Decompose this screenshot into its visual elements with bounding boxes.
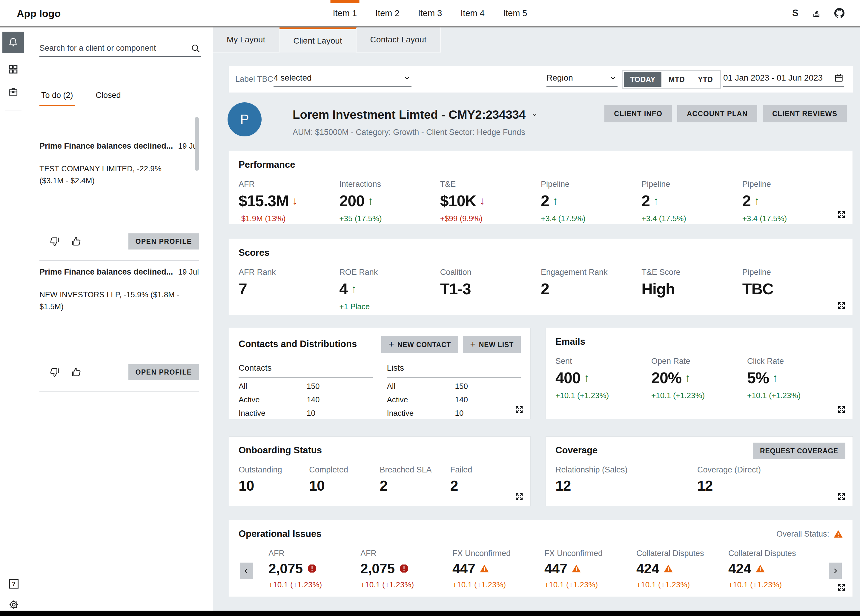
metric-value: 7 [239,280,247,298]
metric-label: AFR [239,180,339,189]
metric-interactions: Interactions 200↑ +35 (17.5%) [339,180,440,223]
client-info-button[interactable]: CLIENT INFO [604,105,672,122]
error-octagon-icon [307,563,317,574]
notification-card: Prime Finance balances declined... 19 Ju… [39,136,199,261]
lists-table: Lists All 150 Active 140 Inactive 10 [387,363,521,418]
nav-item-3[interactable]: Item 3 [416,0,444,26]
new-list-button[interactable]: + NEW LIST [463,336,521,353]
panel-title: Performance [239,159,843,170]
metric-fx-unconfirmed: FX Unconfirmed 447 +10.1 (+1.23%) [545,549,636,589]
metric-value: 20% [651,369,681,387]
main-nav: Item 1 Item 2 Item 3 Item 4 Item 5 [331,0,529,26]
expand-icon[interactable] [837,492,846,501]
metric-label: Coverage (Direct) [697,465,839,475]
row-label: Active [239,395,307,404]
portfolio-rail-button[interactable] [8,86,19,97]
nav-item-4[interactable]: Item 4 [459,0,486,26]
expand-icon[interactable] [837,301,846,310]
github-icon[interactable] [834,8,844,18]
row-label: Active [387,395,455,404]
nav-item-2[interactable]: Item 2 [374,0,401,26]
panel-title: Emails [556,336,843,347]
thumbs-down-icon[interactable] [49,235,61,248]
account-plan-button[interactable]: ACCOUNT PLAN [677,105,757,122]
expand-icon[interactable] [837,583,846,592]
metric-label: Breached SLA [380,465,450,475]
arrow-up-icon: ↑ [653,194,658,207]
metric-value: 10 [239,478,254,494]
help-button[interactable]: ? [9,579,19,589]
metric-delta: +10.1 (+1.23%) [556,391,651,400]
thumbs-down-icon[interactable] [49,366,61,378]
plus-icon: + [470,339,476,350]
search-icon[interactable] [190,43,201,53]
carousel-right-button[interactable] [829,563,842,579]
metric-label: Pipeline [642,180,742,189]
open-profile-button[interactable]: OPEN PROFILE [129,234,199,249]
notifications-scrollbar[interactable] [195,117,199,171]
request-coverage-button[interactable]: REQUEST COVERAGE [753,443,845,459]
table-row: Active 140 [239,395,373,404]
emails-panel: Emails Sent 400↑ +10.1 (+1.23%) Open Rat… [546,328,853,419]
nav-item-5[interactable]: Item 5 [501,0,529,26]
expand-icon[interactable] [837,210,846,219]
metric-click-rate: Click Rate 5%↑ +10.1 (+1.23%) [747,357,843,400]
table-row: All 150 [239,382,373,391]
expand-icon[interactable] [837,405,846,414]
bell-icon [8,37,19,48]
toggle-ytd[interactable]: YTD [692,72,719,87]
warning-triangle-icon [480,564,489,573]
region-value: Region [546,73,573,83]
metric-label: Coalition [440,268,541,277]
tab-closed[interactable]: Closed [94,91,123,106]
chevron-down-icon[interactable] [530,111,539,119]
thumbs-up-icon[interactable] [70,366,82,378]
metric-label: FX Unconfirmed [545,549,636,558]
expand-icon[interactable] [515,492,524,501]
expand-icon[interactable] [515,405,524,414]
thumbs-up-icon[interactable] [70,235,82,248]
metric-label: AFR Rank [239,268,339,277]
notifications-rail-button[interactable] [2,31,24,53]
row-value: 150 [455,382,468,391]
metric-fx-unconfirmed: FX Unconfirmed 447 +10.1 (+1.23%) [452,549,545,589]
metric-label: Failed [450,465,521,475]
performance-panel: Performance AFR $15.3M↓ -$1.9M (13%) Int… [229,151,853,224]
client-name-row[interactable]: Lorem Investment Limted - CMY2:234334 [293,108,539,121]
arrow-up-icon: ↑ [351,283,356,295]
metric-label: Pipeline [541,180,642,189]
arrow-up-icon: ↑ [754,194,760,207]
nav-item-1[interactable]: Item 1 [331,0,359,26]
metric-label: T&E Score [642,268,742,277]
metric-value: High [642,280,675,298]
region-select[interactable]: Region [546,70,618,86]
metric-relationship-sales: Relationship (Sales) 12 [556,465,697,494]
metric-value: 2 [450,478,458,494]
dashboard-rail-button[interactable] [8,64,19,75]
tab-my-layout[interactable]: My Layout [213,27,279,53]
new-contact-button[interactable]: + NEW CONTACT [381,336,458,353]
metric-label: Outstanding [239,465,309,475]
metric-delta: +3.4 (17.5%) [742,214,843,223]
open-profile-button[interactable]: OPEN PROFILE [129,364,199,380]
search-input[interactable] [39,44,190,53]
toggle-mtd[interactable]: MTD [662,72,691,87]
tab-contact-layout[interactable]: Contact Layout [356,27,441,53]
tab-client-layout[interactable]: Client Layout [279,27,356,53]
carousel-left-button[interactable] [240,563,253,579]
client-actions: CLIENT INFO ACCOUNT PLAN CLIENT REVIEWS [604,105,847,122]
date-range-field[interactable]: 01 Jan 2023 - 01 Jun 2023 [723,70,844,86]
date-range-toggle: TODAY MTD YTD [622,70,721,89]
metric-delta: +10.1 (+1.23%) [747,391,843,400]
tab-todo[interactable]: To do (2) [39,91,75,106]
arrow-up-icon: ↑ [368,194,373,207]
metric-roe-rank: ROE Rank 4↑ +1 Place [339,268,440,311]
settings-button[interactable] [8,599,19,610]
help-icon: ? [12,580,16,587]
label-multiselect[interactable]: 4 selected [273,70,411,86]
client-reviews-button[interactable]: CLIENT REVIEWS [763,105,847,122]
metric-value: 2,075 [361,561,395,577]
toggle-today[interactable]: TODAY [624,72,661,87]
s-icon[interactable]: S [792,8,799,19]
stackoverflow-icon[interactable] [811,8,821,18]
